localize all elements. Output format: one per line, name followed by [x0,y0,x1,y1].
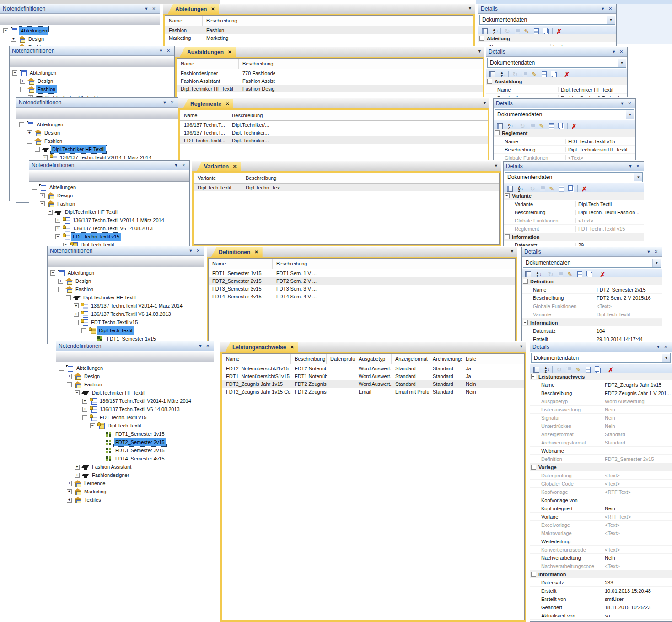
tab-close-icon[interactable]: ✕ [233,164,237,169]
tree-item[interactable]: −Abteilungen [10,69,174,77]
expand-toggle-icon[interactable]: − [67,382,72,387]
tree-item[interactable]: −FDT Techn.Textil v15 [29,233,189,241]
expand-toggle-icon[interactable]: − [82,415,87,420]
property-row[interactable]: ReglementFDT Techn.Textil v15 [504,225,644,233]
property-section-header[interactable]: −Abteilung [478,34,616,43]
details-view-select[interactable]: Dokumentendaten ▼ [495,109,634,119]
column-header[interactable]: Archivierungsfo... [429,354,462,364]
property-row[interactable]: Globale Funktionen<Text> [504,216,644,225]
collapse-toggle-icon[interactable]: − [495,130,500,135]
property-row[interactable]: BeschreibungFDT2 Zeugnis Jahr 1 V 201... [530,389,672,397]
panel-menu-caret-icon[interactable]: ▼ [172,163,180,168]
panel-menu-caret-icon[interactable]: ▼ [610,49,618,54]
tree-item[interactable]: +Design [16,129,178,137]
column-header[interactable]: Beschreibung [273,259,323,269]
column-header[interactable]: Name [177,59,239,69]
property-row[interactable]: Kopfvorlage von [530,496,672,504]
tree-item[interactable]: −Fashion [56,380,214,389]
expand-toggle-icon[interactable]: + [27,130,32,135]
property-row[interactable]: Nachverarbeitungscode<Text> [530,562,672,570]
column-header[interactable]: Datenprüfu... [327,354,355,364]
tab-close-icon[interactable]: ✕ [226,101,229,106]
expand-toggle-icon[interactable]: + [43,155,48,160]
collapse-toggle-icon[interactable]: − [531,572,536,577]
column-header[interactable]: Liste [462,354,478,364]
table-row[interactable]: FashionFashion [165,26,473,34]
panel-close-icon[interactable]: ✕ [652,249,660,254]
table-row[interactable]: FDT Techn.Textil...Dipl. Techniker... [180,136,488,144]
table-row[interactable]: 136/137 Techn.T...Dipl.Techniker/... [180,121,488,129]
panel-menu-caret-icon[interactable]: ▼ [627,164,634,168]
tree-item[interactable]: FDT2_Semester 2v15 [56,438,214,446]
expand-toggle-icon[interactable]: − [59,366,64,371]
table-row[interactable]: 136/137 Techn.T...Dipl. Techniker... [180,129,488,136]
document-tab[interactable]: Reglemente ✕ [183,99,233,108]
property-row[interactable]: BeschreibungDipl. Techniker/in HF Textil… [494,146,635,154]
expand-toggle-icon[interactable]: − [19,122,24,127]
property-row[interactable]: NachverarbeitungNein [530,554,672,562]
panel-menu-caret-icon[interactable]: ▼ [618,101,626,106]
collapse-toggle-icon[interactable]: − [505,234,510,239]
table-row[interactable]: Dipl.Techniker HF TextilFashion Desig... [177,85,483,92]
document-tab[interactable]: Leistungsnachweise ✕ [225,342,298,352]
table-row[interactable]: FDT2_Zeugnis Jahr 1v15 Co...FDT2 Zeugnis… [222,388,524,395]
tree-item[interactable]: −Abteilungen [56,364,214,372]
property-row[interactable]: BeschreibungDipl Techn. Textil Fashion .… [504,208,644,216]
property-row[interactable]: Datensatz233 [530,579,672,587]
panel-menu-caret-icon[interactable]: ▼ [187,249,195,253]
property-section-header[interactable]: −Variante [504,192,644,200]
table-row[interactable]: FDT1_Semester 1v15FDT1 Sem. 1 V ... [209,269,515,277]
tree-item[interactable]: +Marketing [56,487,214,496]
tree-item[interactable]: −Abteilungen [16,120,178,129]
tree-item[interactable]: +Design [0,35,160,43]
tab-list-caret-icon[interactable]: ▼ [478,49,482,54]
tree-item[interactable]: −Abteilungen [0,27,160,35]
table-row[interactable]: FDT2_Zeugnis Jahr 1v15FDT2 Zeugnis J...W… [222,380,524,388]
tab-list-caret-icon[interactable]: ▼ [468,6,472,11]
panel-menu-caret-icon[interactable]: ▼ [655,345,662,349]
expand-toggle-icon[interactable]: + [75,465,80,470]
property-row[interactable]: BeschreibungFDT2 Sem. 2 V 2015/16 [522,294,662,302]
panel-close-icon[interactable]: ✕ [204,344,211,348]
table-row[interactable]: FDT4_Semester 4v15FDT4 Sem. 4 V ... [209,292,515,300]
expand-toggle-icon[interactable]: − [81,328,86,333]
tree-item[interactable]: −FDT Techn.Textil v15 [56,413,214,422]
collapse-toggle-icon[interactable]: − [531,374,536,379]
column-header[interactable]: Beschreibung [291,354,327,364]
expand-toggle-icon[interactable]: + [58,279,63,284]
collapse-toggle-icon[interactable]: − [523,320,528,325]
property-row[interactable]: Globaler Code<Text> [530,480,672,488]
expand-toggle-icon[interactable]: + [74,312,79,317]
details-view-select[interactable]: Dokumentendaten ▼ [487,58,626,68]
property-section-header[interactable]: −Information [530,570,672,579]
expand-toggle-icon[interactable]: − [12,70,17,76]
document-tab[interactable]: Varianten ✕ [197,162,241,171]
expand-toggle-icon[interactable]: − [27,139,32,144]
details-view-select[interactable]: Dokumentendaten ▼ [479,15,615,25]
expand-toggle-icon[interactable]: + [82,407,87,412]
property-row[interactable]: Globale Funktionen<Text> [522,302,662,310]
property-row[interactable]: Datensatz104 [522,327,662,335]
details-view-select[interactable]: Dokumentendaten ▼ [523,258,661,268]
property-row[interactable]: Konvertierungscode<Text> [530,546,672,554]
tree-item[interactable]: −Dipl.Tech Textil [56,422,214,430]
expand-toggle-icon[interactable]: − [50,270,55,276]
property-row[interactable]: Vorlage<RTF Text> [530,513,672,521]
panel-menu-caret-icon[interactable]: ▼ [645,249,653,254]
property-row[interactable]: Datenprüfung<Text> [530,471,672,480]
tab-list-caret-icon[interactable]: ▼ [510,249,514,254]
document-tab[interactable]: Ausbildungen ✕ [180,47,236,57]
table-row[interactable]: FDT3_Semester 3v15FDT3 Sem. 3 V ... [209,285,515,292]
expand-toggle-icon[interactable]: + [82,399,87,404]
expand-toggle-icon[interactable]: − [55,234,60,239]
table-row[interactable]: Fashiondesigner770 Fashionde... [177,69,483,77]
expand-toggle-icon[interactable]: − [58,287,63,292]
panel-close-icon[interactable]: ✕ [618,49,625,54]
panel-close-icon[interactable]: ✕ [626,101,633,106]
column-header[interactable]: Beschreibung [239,59,275,69]
property-row[interactable]: DefinitionFDT2_Semester 2v15 [530,455,672,463]
tree-item[interactable]: +136/137 Techn.Textil V6 14.08.2013 [56,405,214,413]
tree-item[interactable]: +136/137 Techn.Textil V2014-1 März 2014 [48,302,204,310]
panel-close-icon[interactable]: ✕ [662,345,669,349]
expand-toggle-icon[interactable]: − [32,185,37,190]
